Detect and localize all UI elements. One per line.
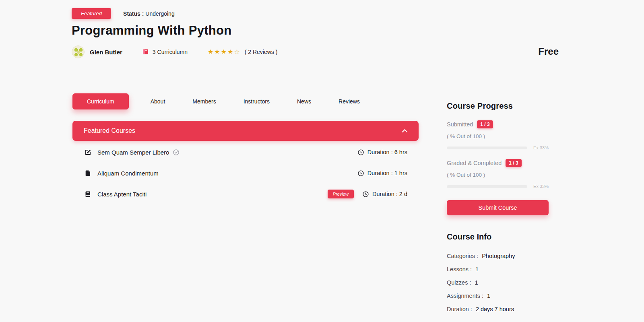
curriculum-item-title[interactable]: Aliquam Condimentum	[97, 170, 159, 177]
assignment-icon	[85, 149, 91, 156]
clock-icon	[358, 170, 364, 176]
progress-bar	[447, 185, 527, 188]
info-label: Categories :	[447, 250, 478, 263]
progress-label: Submitted	[447, 121, 473, 128]
tab-instructors[interactable]: Instructors	[238, 93, 275, 109]
lesson-icon	[85, 170, 91, 177]
info-value: 1	[475, 263, 479, 276]
tab-members[interactable]: Members	[187, 93, 221, 109]
item-duration: Duration : 6 hrs	[367, 149, 407, 155]
curriculum-item[interactable]: Class Aptent Taciti Preview Duration : 2…	[72, 184, 419, 204]
tab-news[interactable]: News	[291, 93, 317, 109]
author-name[interactable]: Glen Butler	[90, 49, 122, 56]
info-label: Duration :	[447, 303, 472, 316]
info-row-lessons: Lessons : 1	[447, 263, 549, 276]
curriculum-item-title[interactable]: Class Aptent Taciti	[97, 191, 147, 198]
info-value: 1	[475, 276, 478, 289]
featured-badge: Featured	[72, 8, 111, 19]
header-badge-row: Featured Status : Undergoing	[72, 8, 175, 19]
course-info-list: Categories : Photography Lessons : 1 Qui…	[447, 250, 549, 316]
progress-count-badge: 1 / 3	[477, 120, 493, 128]
info-label: Quizzes :	[447, 276, 471, 289]
progress-subtext: ( % Out of 100 )	[447, 133, 549, 139]
progress-count-badge: 1 / 3	[506, 159, 521, 167]
star-filled-icons: ★★★★	[208, 48, 234, 55]
curriculum-item-title[interactable]: Sem Quam Semper Libero	[97, 149, 169, 156]
progress-percent-label: Ex 33%	[533, 184, 549, 189]
book-icon	[142, 49, 149, 55]
preview-badge[interactable]: Preview	[328, 190, 354, 198]
course-page: Featured Status : Undergoing Programming…	[0, 0, 644, 322]
star-rating[interactable]: ★★★★☆	[208, 49, 241, 55]
info-value: 2 days 7 hours	[476, 303, 514, 316]
item-duration-group: Preview Duration : 2 d	[328, 190, 407, 198]
tab-reviews[interactable]: Reviews	[333, 93, 365, 109]
progress-section-submitted: Submitted 1 / 3 ( % Out of 100 ) Ex 33%	[447, 120, 549, 150]
rating-group: ★★★★☆ ( 2 Reviews )	[208, 49, 277, 55]
info-row-duration: Duration : 2 days 7 hours	[447, 303, 549, 316]
info-label: Assignments :	[447, 289, 483, 303]
info-label: Lessons :	[447, 263, 472, 276]
progress-section-graded: Graded & Completed 1 / 3 ( % Out of 100 …	[447, 159, 549, 189]
chevron-up-icon[interactable]	[402, 129, 407, 132]
tab-about[interactable]: About	[145, 93, 171, 109]
clock-icon	[363, 191, 369, 197]
info-row-quizzes: Quizzes : 1	[447, 276, 549, 289]
progress-percent-label: Ex 33%	[533, 145, 549, 150]
page-title: Programming With Python	[72, 23, 232, 38]
course-progress-heading: Course Progress	[447, 101, 549, 111]
item-duration-group: Duration : 6 hrs	[358, 149, 407, 155]
status-value: Undergoing	[145, 10, 174, 17]
course-info-heading: Course Info	[447, 232, 549, 242]
reviews-count[interactable]: ( 2 Reviews )	[245, 49, 278, 55]
clock-icon	[358, 149, 364, 155]
course-tabs: Curriculum About Members Instructors New…	[72, 93, 365, 109]
curriculum-count: 3 Curriculumn	[153, 49, 188, 55]
item-duration: Duration : 1 hrs	[367, 170, 407, 176]
curriculum-item[interactable]: Sem Quam Semper Libero Duration : 6 hrs	[72, 142, 419, 163]
item-duration-group: Duration : 1 hrs	[358, 170, 407, 176]
status-label: Status :	[123, 10, 144, 17]
star-empty-icon: ☆	[234, 48, 240, 55]
curriculum-item-list: Sem Quam Semper Libero Duration : 6 hrs	[72, 142, 419, 204]
tab-curriculum[interactable]: Curriculum	[72, 93, 129, 109]
author-avatar[interactable]	[72, 45, 85, 58]
course-meta-row: Glen Butler 3 Curriculumn ★★★★☆ ( 2 Revi…	[72, 45, 277, 59]
course-sidebar: Course Progress Submitted 1 / 3 ( % Out …	[447, 101, 549, 316]
info-row-assignments: Assignments : 1	[447, 289, 549, 303]
submit-course-button[interactable]: Submit Course	[447, 200, 549, 215]
curriculum-section-title: Featured Courses	[84, 127, 135, 134]
completed-check-icon	[173, 149, 179, 155]
progress-bar	[447, 147, 527, 149]
info-value: Photography	[482, 250, 515, 263]
curriculum-count-group: 3 Curriculumn	[142, 49, 188, 55]
course-status: Status : Undergoing	[123, 10, 175, 17]
curriculum-section-header[interactable]: Featured Courses	[72, 121, 419, 141]
progress-label: Graded & Completed	[447, 160, 502, 166]
progress-subtext: ( % Out of 100 )	[447, 172, 549, 178]
quiz-icon	[85, 191, 91, 198]
info-value: 1	[487, 289, 490, 303]
curriculum-item[interactable]: Aliquam Condimentum Duration : 1 hrs	[72, 163, 419, 184]
info-row-categories: Categories : Photography	[447, 250, 549, 263]
item-duration: Duration : 2 d	[372, 191, 407, 197]
course-price: Free	[538, 46, 559, 57]
